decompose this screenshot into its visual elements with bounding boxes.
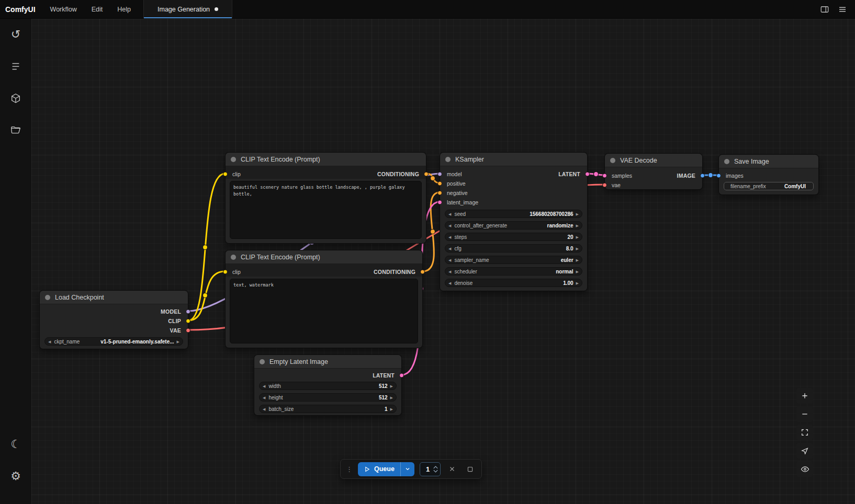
step-up-icon[interactable] [433,466,438,469]
decrement-arrow-icon[interactable] [263,396,265,399]
batch-count-stepper[interactable]: 1 [420,462,441,476]
decrement-arrow-icon[interactable] [448,235,451,239]
link-midpoint-dot[interactable] [708,173,713,178]
node-clip-text-encode-negative[interactable]: CLIP Text Encode (Prompt) clip CONDITION… [225,250,423,348]
fit-view-icon[interactable] [796,425,813,440]
input-port-negative[interactable] [437,191,442,196]
theme-toggle-icon[interactable]: ☾ [4,433,27,456]
output-port-image[interactable] [700,174,705,178]
collapse-dot-icon[interactable] [445,157,451,162]
widget-batch-size[interactable]: batch_size 1 [259,405,397,413]
widget-denoise[interactable]: denoise 1.00 [445,279,582,287]
prompt-textarea[interactable]: text, watermark [230,279,418,343]
widget-seed[interactable]: seed 156680208700286 [445,210,582,218]
decrement-arrow-icon[interactable] [448,258,451,262]
decrement-arrow-icon[interactable] [448,247,451,250]
output-port-conditioning[interactable] [420,270,425,274]
input-port-images[interactable] [716,174,721,178]
hamburger-menu-icon[interactable] [835,2,850,17]
node-header[interactable]: KSampler [440,153,587,166]
widget-ckpt-name[interactable]: ckpt_name v1-5-pruned-emaonly.safete... [44,337,183,346]
collapse-dot-icon[interactable] [231,157,236,162]
output-port-latent[interactable] [585,172,590,177]
input-port-clip[interactable] [223,172,228,177]
node-header[interactable]: CLIP Text Encode (Prompt) [226,250,422,264]
model-library-icon[interactable] [4,87,27,110]
graph-canvas[interactable]: Load Checkpoint MODEL CLIP VAE ckpt_name… [31,19,855,504]
decrement-arrow-icon[interactable] [448,281,451,285]
increment-arrow-icon[interactable] [576,258,579,262]
node-clip-text-encode-positive[interactable]: CLIP Text Encode (Prompt) clip CONDITION… [225,152,426,244]
node-header[interactable]: Empty Latent Image [254,355,401,369]
widget-sampler-name[interactable]: sampler_name euler [445,256,582,264]
collapse-dot-icon[interactable] [610,158,615,163]
link-midpoint-dot[interactable] [594,172,599,177]
decrement-arrow-icon[interactable] [448,270,451,273]
zoom-out-icon[interactable] [796,406,813,422]
pan-mode-icon[interactable] [796,443,813,459]
input-port-positive[interactable] [437,181,442,186]
input-port-latent-image[interactable] [437,200,442,205]
link-midpoint-dot[interactable] [203,293,208,298]
app-logo[interactable]: ComfyUI [0,5,43,14]
input-port-vae[interactable] [602,183,607,188]
widget-cfg[interactable]: cfg 8.0 [445,244,582,253]
node-empty-latent-image[interactable]: Empty Latent Image LATENT width 512 heig… [254,354,402,416]
collapse-dot-icon[interactable] [724,159,729,164]
menu-edit[interactable]: Edit [84,0,110,18]
output-port-vae[interactable] [186,328,190,333]
increment-arrow-icon[interactable] [576,247,579,250]
node-header[interactable]: Load Checkpoint [40,291,188,304]
toggle-links-eye-icon[interactable] [796,461,813,477]
output-port-clip[interactable] [186,319,190,324]
link-midpoint-dot[interactable] [203,245,208,250]
widget-height[interactable]: height 512 [259,393,397,402]
workflows-folder-icon[interactable] [4,119,27,142]
widget-scheduler[interactable]: scheduler normal [445,267,582,276]
widget-width[interactable]: width 512 [259,382,397,390]
widget-filename-prefix[interactable]: filename_prefix ComfyUI [724,182,814,190]
prompt-textarea[interactable]: beautiful scenery nature glass bottle la… [230,181,422,239]
output-port-latent[interactable] [399,373,404,378]
increment-arrow-icon[interactable] [390,396,393,399]
input-port-samples[interactable] [602,174,607,178]
increment-arrow-icon[interactable] [177,340,179,343]
panel-toggle-icon[interactable] [817,2,832,17]
widget-control-after-generate[interactable]: control_after_generate randomize [445,221,582,230]
menu-help[interactable]: Help [110,0,138,18]
node-header[interactable]: VAE Decode [605,154,702,167]
node-ksampler[interactable]: KSampler model LATENT positive negative … [440,152,588,291]
increment-arrow-icon[interactable] [576,270,579,273]
clear-queue-icon[interactable] [446,463,458,475]
node-header[interactable]: CLIP Text Encode (Prompt) [226,153,426,166]
increment-arrow-icon[interactable] [576,235,579,239]
input-port-clip[interactable] [223,270,228,274]
decrement-arrow-icon[interactable] [263,407,265,411]
collapse-dot-icon[interactable] [231,255,236,260]
workflow-history-icon[interactable]: ↺ [4,23,27,46]
drag-handle-icon[interactable] [346,466,353,473]
tab-image-generation[interactable]: Image Generation [144,0,232,18]
collapse-dot-icon[interactable] [260,359,265,364]
increment-arrow-icon[interactable] [390,384,393,388]
node-library-icon[interactable] [4,55,27,78]
node-vae-decode[interactable]: VAE Decode samples IMAGE vae [604,153,703,190]
zoom-in-icon[interactable] [796,388,813,404]
link-midpoint-dot[interactable] [431,176,435,181]
input-port-model[interactable] [437,172,442,177]
menu-workflow[interactable]: Workflow [43,0,84,18]
node-save-image[interactable]: Save Image images filename_prefix ComfyU… [718,154,819,195]
decrement-arrow-icon[interactable] [448,224,451,227]
widget-steps[interactable]: steps 20 [445,233,582,241]
collapse-dot-icon[interactable] [45,295,50,300]
increment-arrow-icon[interactable] [576,281,579,285]
decrement-arrow-icon[interactable] [263,384,265,388]
increment-arrow-icon[interactable] [576,212,579,216]
increment-arrow-icon[interactable] [576,224,579,227]
step-down-icon[interactable] [433,469,438,473]
link-midpoint-dot[interactable] [431,230,435,234]
increment-arrow-icon[interactable] [390,407,393,411]
stop-icon[interactable] [464,463,476,475]
queue-options-chevron-icon[interactable] [401,462,414,476]
output-port-model[interactable] [186,310,190,314]
